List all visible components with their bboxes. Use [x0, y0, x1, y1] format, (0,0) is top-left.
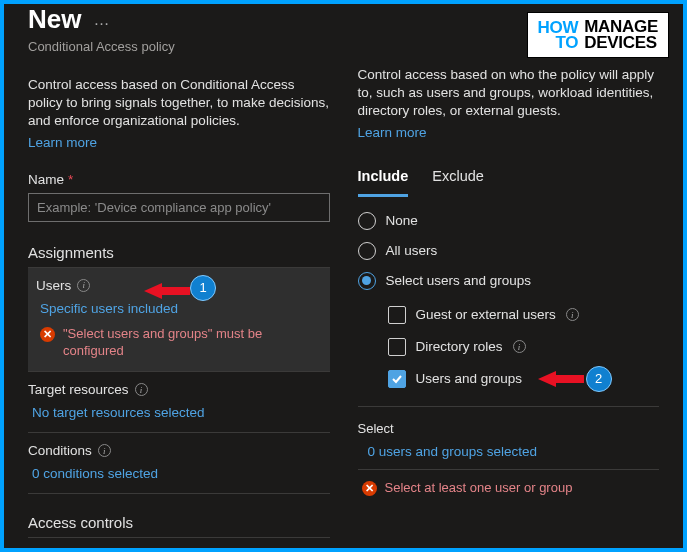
target-label: Target resources [28, 382, 129, 397]
right-description: Control access based on who the policy w… [358, 66, 660, 121]
learn-more-link-right[interactable]: Learn more [358, 125, 660, 140]
error-icon: ✕ [40, 327, 55, 342]
radio-icon [358, 212, 376, 230]
select-error: Select at least one user or group [385, 480, 573, 497]
info-icon[interactable]: i [135, 383, 148, 396]
name-label: Name [28, 172, 64, 187]
users-value[interactable]: Specific users included [36, 301, 322, 316]
info-icon[interactable]: i [77, 279, 90, 292]
learn-more-link[interactable]: Learn more [28, 135, 330, 150]
more-menu-icon[interactable]: … [93, 11, 110, 29]
radio-icon [358, 272, 376, 290]
conditions-value[interactable]: 0 conditions selected [28, 466, 330, 481]
error-icon: ✕ [362, 481, 377, 496]
users-label: Users [36, 278, 71, 293]
annotation-arrow-2 [538, 370, 584, 388]
checkbox-users-and-groups[interactable]: Users and groups 2 [388, 370, 660, 388]
checkbox-label: Guest or external users [416, 307, 556, 322]
users-item[interactable]: Users i Specific users included ✕ "Selec… [28, 268, 330, 373]
conditions-item[interactable]: Conditions i 0 conditions selected [28, 433, 330, 494]
assignments-header: Assignments [28, 244, 330, 268]
conditions-label: Conditions [28, 443, 92, 458]
select-header: Select [358, 421, 660, 436]
checkbox-label: Directory roles [416, 339, 503, 354]
breadcrumb: Conditional Access policy [28, 39, 330, 54]
left-description: Control access based on Conditional Acce… [28, 76, 330, 131]
info-icon[interactable]: i [513, 340, 526, 353]
radio-none[interactable]: None [358, 212, 660, 230]
required-icon: * [68, 172, 73, 187]
access-controls-header: Access controls [28, 514, 330, 538]
radio-label: All users [386, 243, 438, 258]
radio-select-users-groups[interactable]: Select users and groups [358, 272, 660, 290]
radio-label: Select users and groups [386, 273, 532, 288]
checkbox-icon [388, 306, 406, 324]
annotation-badge-2: 2 [586, 366, 612, 392]
info-icon[interactable]: i [98, 444, 111, 457]
radio-all-users[interactable]: All users [358, 242, 660, 260]
annotation-arrow-1 [144, 282, 190, 300]
checkbox-guest-users[interactable]: Guest or external users i [388, 306, 660, 324]
radio-icon [358, 242, 376, 260]
svg-marker-1 [538, 371, 584, 387]
name-input[interactable] [28, 193, 330, 222]
page-title: New [28, 4, 81, 35]
users-error: "Select users and groups" must be config… [63, 326, 322, 360]
checkbox-icon [388, 370, 406, 388]
annotation-badge-1: 1 [190, 275, 216, 301]
svg-marker-0 [144, 283, 190, 299]
radio-label: None [386, 213, 418, 228]
checkbox-label: Users and groups [416, 371, 523, 386]
select-users-link[interactable]: 0 users and groups selected [358, 444, 660, 459]
target-value[interactable]: No target resources selected [28, 405, 330, 420]
info-icon[interactable]: i [566, 308, 579, 321]
checkbox-icon [388, 338, 406, 356]
checkbox-directory-roles[interactable]: Directory roles i [388, 338, 660, 356]
tab-include[interactable]: Include [358, 162, 409, 197]
logo-howtomanagedevices: HOW TO MANAGE DEVICES [527, 12, 669, 58]
tab-exclude[interactable]: Exclude [432, 162, 484, 197]
target-resources-item[interactable]: Target resources i No target resources s… [28, 372, 330, 433]
